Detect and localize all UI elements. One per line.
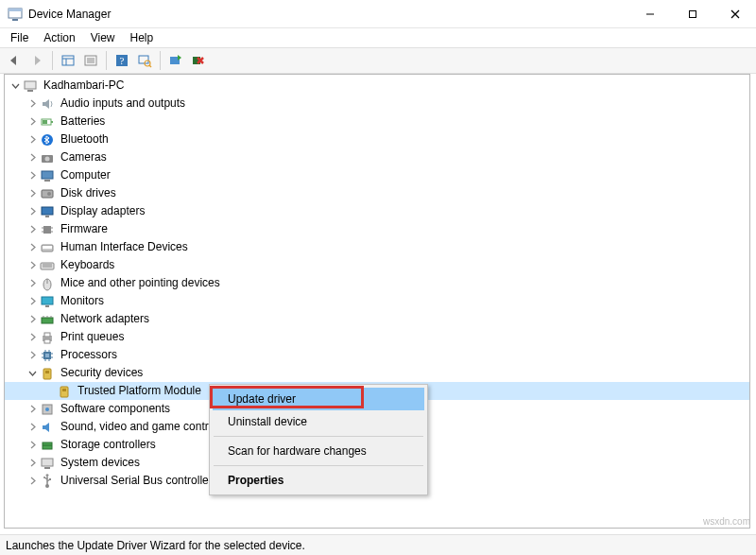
tree-item[interactable]: Audio inputs and outputs	[5, 95, 749, 113]
ctx-scan-hardware[interactable]: Scan for hardware changes	[213, 440, 424, 462]
chevron-right-icon[interactable]	[26, 97, 39, 111]
app-icon	[8, 7, 23, 22]
svg-rect-30	[44, 180, 50, 182]
menu-file[interactable]: File	[4, 29, 35, 46]
svg-rect-54	[44, 333, 50, 337]
tree-item[interactable]: Display adapters	[5, 202, 749, 220]
chevron-right-icon[interactable]	[26, 187, 39, 200]
chevron-right-icon[interactable]	[26, 133, 39, 147]
tree-item-security[interactable]: Security devices	[5, 364, 749, 382]
chevron-right-icon[interactable]	[26, 439, 39, 452]
svg-rect-1	[9, 9, 22, 11]
tree-item[interactable]: Keyboards	[5, 256, 749, 274]
chevron-right-icon[interactable]	[26, 331, 39, 344]
svg-rect-33	[42, 207, 53, 215]
menu-help[interactable]: Help	[124, 29, 161, 46]
tree-item[interactable]: Computer	[5, 166, 749, 184]
window-title: Device Manager	[28, 8, 628, 21]
svg-point-28	[45, 156, 50, 161]
chevron-right-icon[interactable]	[26, 205, 39, 218]
chevron-right-icon[interactable]	[26, 475, 39, 488]
svg-rect-74	[42, 459, 53, 466]
usb-icon	[40, 474, 55, 489]
tree-item[interactable]: Cameras	[5, 148, 749, 166]
properties-button[interactable]	[80, 50, 101, 71]
tree-item[interactable]: Human Interface Devices	[5, 238, 749, 256]
chevron-right-icon[interactable]	[26, 457, 39, 470]
chevron-right-icon[interactable]	[26, 313, 39, 326]
chevron-right-icon[interactable]	[26, 277, 39, 290]
keyboard-icon	[40, 258, 55, 273]
help-button[interactable]: ?	[112, 50, 132, 71]
bluetooth-icon	[40, 132, 55, 147]
battery-icon	[40, 114, 55, 130]
maximize-button[interactable]	[671, 0, 713, 27]
titlebar: Device Manager	[0, 0, 756, 28]
chevron-right-icon[interactable]	[26, 115, 39, 129]
chevron-right-icon[interactable]	[26, 403, 39, 416]
ctx-separator	[214, 465, 423, 466]
ctx-uninstall-device[interactable]: Uninstall device	[213, 410, 424, 433]
camera-icon	[40, 150, 55, 165]
svg-rect-49	[42, 318, 53, 323]
scan-hardware-button[interactable]	[134, 50, 155, 71]
mouse-icon	[40, 276, 55, 291]
ctx-properties[interactable]: Properties	[213, 469, 424, 492]
chevron-right-icon[interactable]	[26, 295, 39, 308]
computer-icon	[23, 78, 38, 94]
tree-item[interactable]: Mice and other pointing devices	[5, 274, 749, 292]
chevron-right-icon[interactable]	[26, 151, 39, 165]
menu-action[interactable]: Action	[37, 29, 81, 46]
chip-icon	[40, 222, 55, 237]
menu-view[interactable]: View	[84, 29, 122, 46]
svg-point-71	[45, 408, 49, 411]
svg-point-78	[43, 477, 45, 478]
tree-item[interactable]: Disk drives	[5, 184, 749, 202]
toolbar-separator	[52, 51, 53, 70]
svg-rect-48	[45, 305, 49, 307]
svg-rect-7	[62, 56, 74, 65]
svg-rect-75	[44, 467, 50, 469]
chevron-right-icon[interactable]	[26, 349, 39, 362]
svg-rect-22	[27, 90, 33, 92]
chevron-right-icon[interactable]	[26, 421, 39, 434]
tree-item[interactable]: Bluetooth	[5, 130, 749, 148]
chevron-right-icon[interactable]	[26, 241, 39, 254]
svg-rect-24	[51, 121, 53, 123]
chevron-down-icon[interactable]	[9, 79, 22, 93]
chevron-right-icon[interactable]	[26, 223, 39, 236]
update-driver-button[interactable]	[165, 50, 186, 71]
chevron-right-icon[interactable]	[26, 259, 39, 272]
chevron-down-icon[interactable]	[26, 367, 39, 380]
svg-rect-4	[689, 10, 696, 17]
cpu-icon	[40, 348, 55, 363]
security-icon	[40, 366, 55, 381]
tree-item[interactable]: Batteries	[5, 113, 749, 130]
chevron-right-icon[interactable]	[26, 169, 39, 182]
svg-rect-66	[43, 369, 51, 379]
svg-point-32	[47, 192, 51, 196]
tree-item[interactable]: Print queues	[5, 328, 749, 346]
tree-root[interactable]: Kadhambari-PC	[5, 77, 749, 95]
show-hide-console-button[interactable]	[58, 50, 78, 71]
tree-item[interactable]: Network adapters	[5, 310, 749, 328]
minimize-button[interactable]	[628, 0, 671, 27]
storage-icon	[40, 438, 55, 453]
toolbar-separator	[106, 51, 107, 70]
ctx-update-driver[interactable]: Update driver	[213, 388, 424, 410]
uninstall-device-button[interactable]	[188, 50, 209, 71]
svg-rect-34	[45, 216, 49, 217]
ctx-separator	[214, 436, 423, 437]
statusbar: Launches the Update Driver Wizard for th…	[0, 534, 756, 555]
tree-item[interactable]: Monitors	[5, 292, 749, 310]
menubar: File Action View Help	[0, 28, 756, 47]
back-button[interactable]	[4, 50, 25, 71]
svg-rect-41	[43, 246, 52, 249]
svg-rect-79	[49, 478, 51, 480]
forward-button[interactable]	[26, 50, 47, 71]
tree-item[interactable]: Processors	[5, 346, 749, 364]
tree-item[interactable]: Firmware	[5, 220, 749, 238]
svg-line-18	[149, 65, 151, 67]
close-button[interactable]	[713, 0, 756, 27]
svg-rect-21	[25, 81, 36, 89]
